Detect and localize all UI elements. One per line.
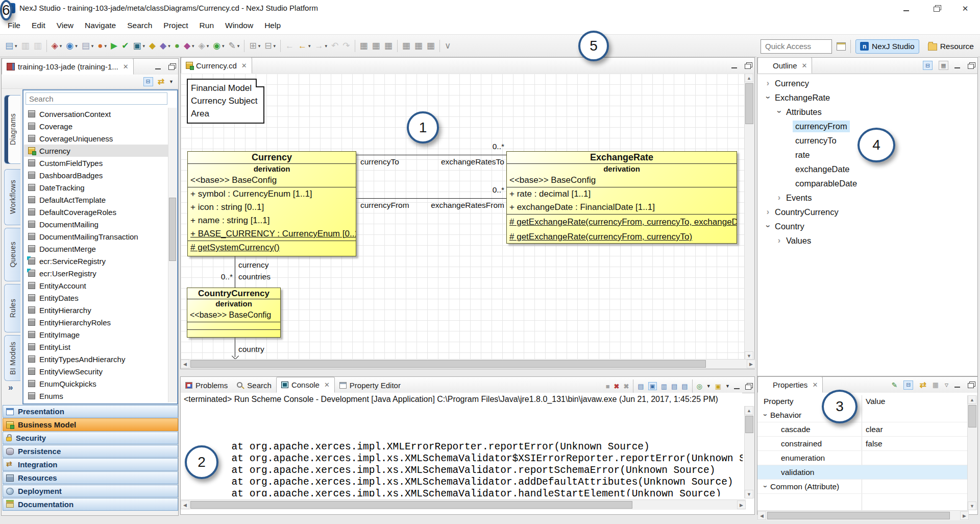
maximize-view-icon[interactable]: [968, 64, 974, 69]
dropdown-arrow-icon[interactable]: ▾: [308, 43, 311, 49]
dropdown-arrow-icon[interactable]: ▾: [222, 43, 225, 49]
show-stderr-icon[interactable]: ▤: [681, 383, 688, 390]
maximize-view-icon[interactable]: [168, 65, 175, 70]
toolbar-button[interactable]: ▦: [425, 39, 437, 53]
property-value[interactable]: false: [866, 439, 883, 448]
diagram-note[interactable]: Financial Model Currency Subject Area: [187, 79, 264, 124]
close-button[interactable]: ✕: [950, 0, 980, 17]
dropdown-arrow-icon[interactable]: ▾: [168, 43, 170, 49]
list-item[interactable]: Currency: [24, 145, 168, 157]
uml-attribute[interactable]: + exchangeDate : FinancialDate [1..1]: [507, 201, 737, 214]
association-line[interactable]: [356, 198, 506, 199]
toolbar-button[interactable]: ↶: [329, 39, 340, 53]
minimize-view-icon[interactable]: [155, 64, 161, 69]
scrollbar-thumb[interactable]: [169, 198, 176, 261]
dropdown-arrow-icon[interactable]: ▾: [91, 43, 94, 49]
scroll-up-icon[interactable]: ▲: [968, 395, 976, 404]
toolbar-button[interactable]: ▥: [19, 39, 32, 53]
scrollbar-thumb[interactable]: [767, 512, 950, 519]
side-tab-diagrams[interactable]: Diagrams: [4, 95, 20, 164]
toolbar-button[interactable]: ▣ ▾: [131, 39, 147, 53]
diagram-canvas[interactable]: Financial Model Currency Subject Area 0.…: [181, 74, 746, 360]
uml-attribute[interactable]: + icon : string [0..1]: [188, 201, 356, 214]
list-item[interactable]: ecr:UserRegistry: [24, 267, 168, 279]
scroll-left-icon[interactable]: ◀: [181, 501, 189, 509]
uml-attribute[interactable]: + BASE_CURRENCY : CurrencyEnum [0..1]: [188, 227, 356, 241]
scrollbar-thumb[interactable]: [745, 416, 753, 433]
pin-console-icon[interactable]: ◎: [697, 383, 702, 390]
properties-tab[interactable]: Properties ✕: [757, 376, 823, 393]
toolbar-button[interactable]: ▦: [370, 39, 382, 53]
scroll-right-icon[interactable]: ▶: [737, 501, 746, 509]
close-icon[interactable]: ✕: [812, 381, 818, 389]
list-item[interactable]: DocumentMerge: [24, 243, 168, 255]
toolbar-button[interactable]: ▦: [358, 39, 370, 53]
dropdown-arrow-icon[interactable]: ▾: [105, 43, 107, 49]
editor-horizontal-scrollbar[interactable]: ◀ ▶: [181, 359, 755, 369]
list-item[interactable]: DateTracking: [24, 181, 168, 194]
list-item[interactable]: ecr:ServiceRegistry: [24, 255, 168, 267]
dropdown-arrow-icon[interactable]: ▾: [15, 43, 17, 49]
side-tab-workflows[interactable]: Workflows: [4, 169, 20, 225]
list-item[interactable]: EntityViewSecurity: [24, 365, 168, 377]
property-row[interactable]: validation: [757, 465, 968, 480]
uml-operation[interactable]: # getExchangeRate(currencyFrom, currency…: [507, 229, 737, 244]
menu-item[interactable]: Window: [219, 21, 259, 30]
new-property-icon[interactable]: ✎: [892, 382, 898, 389]
expand-arrow-icon[interactable]: [764, 222, 772, 231]
editor-vertical-scrollbar[interactable]: ▲ ▼: [744, 74, 754, 360]
expand-arrow-icon[interactable]: [764, 79, 772, 88]
dropdown-arrow-icon[interactable]: ▾: [75, 43, 78, 49]
show-stdout-icon[interactable]: ▤: [671, 383, 677, 390]
scroll-left-icon[interactable]: ◀: [757, 511, 766, 520]
dropdown-arrow-icon[interactable]: ▾: [207, 43, 209, 49]
toolbar-button[interactable]: ◈ ▾: [197, 39, 211, 53]
toolbar-button[interactable]: ✔: [119, 39, 131, 53]
list-item[interactable]: Coverage: [24, 120, 168, 132]
restore-defaults-icon[interactable]: ▦: [933, 382, 939, 388]
menu-item[interactable]: Run: [194, 21, 219, 30]
word-wrap-icon[interactable]: ▥: [661, 383, 667, 390]
list-item[interactable]: DefaultCoverageRoles: [24, 206, 168, 218]
toolbar-button[interactable]: ◆: [147, 39, 158, 53]
list-item[interactable]: EntityImage: [24, 328, 168, 341]
tree-view-button[interactable]: ⊟: [923, 61, 933, 70]
list-item[interactable]: EntityDates: [24, 292, 168, 304]
maximize-view-icon[interactable]: [745, 64, 751, 69]
console-tab[interactable]: Console ✕: [276, 377, 335, 393]
toolbar-button[interactable]: ←: [283, 39, 296, 53]
scrollbar-thumb[interactable]: [190, 360, 706, 368]
toolbar-button[interactable]: ◆ ▾: [182, 39, 197, 53]
terminate-icon[interactable]: ■: [606, 383, 610, 390]
tree-row[interactable]: Values: [757, 233, 976, 248]
console-tab[interactable]: Problems: [181, 378, 232, 393]
list-item[interactable]: Enums: [24, 390, 168, 402]
toolbar-button[interactable]: ▤ ▾: [80, 39, 96, 53]
list-item[interactable]: DefaultActTemplate: [24, 194, 168, 206]
toolbar-button[interactable]: ◉ ▾: [64, 39, 79, 53]
maximize-button[interactable]: [921, 0, 950, 17]
toolbar-button[interactable]: ▦: [412, 39, 425, 53]
dropdown-arrow-icon[interactable]: ▾: [60, 43, 62, 49]
toolbar-button[interactable]: ●: [173, 39, 182, 53]
display-console-dropdown-icon[interactable]: ▼: [706, 384, 711, 389]
menu-item[interactable]: Navigate: [79, 21, 121, 30]
scrollbar-thumb[interactable]: [745, 83, 753, 124]
scroll-left-icon[interactable]: ◀: [181, 360, 189, 368]
side-tab-rules[interactable]: Rules: [4, 284, 20, 332]
list-item[interactable]: DocumentMailingTransaction: [24, 230, 168, 243]
uml-class-exchange-rate[interactable]: ExchangeRate derivation <<base>> BaseCon…: [506, 151, 737, 244]
list-item[interactable]: EntityAccount: [24, 279, 168, 292]
side-tab-queues[interactable]: Queues: [4, 228, 20, 281]
list-item[interactable]: EntityHierarchyRoles: [24, 316, 168, 328]
console-tab[interactable]: Search: [232, 378, 276, 393]
expand-arrow-icon[interactable]: [764, 93, 772, 102]
section-header[interactable]: Documentation: [3, 498, 178, 511]
expand-arrow-icon[interactable]: [762, 411, 770, 419]
toolbar-button[interactable]: ✎ ▾: [227, 39, 242, 53]
column-header-value[interactable]: Value: [866, 397, 886, 406]
scroll-right-icon[interactable]: ▶: [960, 511, 969, 520]
sort-icon[interactable]: ⇄: [919, 380, 926, 390]
list-item[interactable]: EntityHierarchy: [24, 304, 168, 316]
toolbar-button[interactable]: ◆ ▾: [158, 39, 173, 53]
